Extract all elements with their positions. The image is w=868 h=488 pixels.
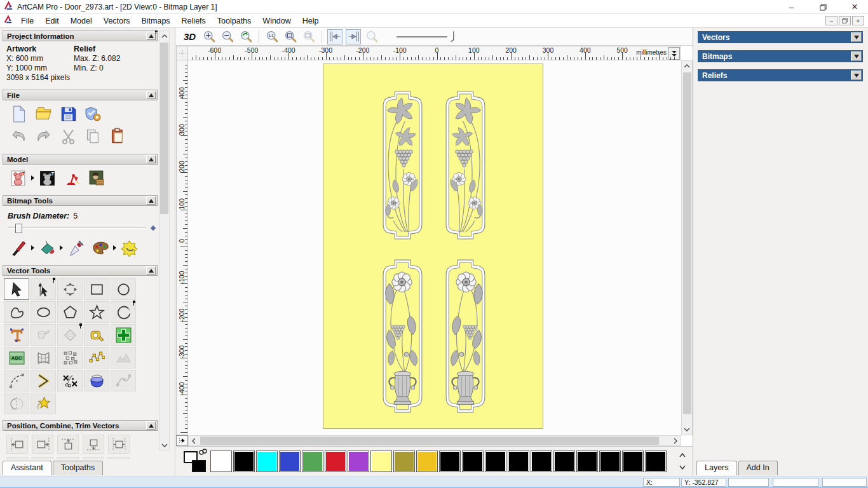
preview-faded-icon[interactable] [364, 29, 379, 44]
centre-x-icon[interactable] [6, 457, 28, 459]
canvas-vertical-scrollbar[interactable] [681, 60, 693, 435]
copy-icon[interactable] [83, 126, 102, 146]
menu-help[interactable]: Help [297, 15, 325, 27]
section-header-bitmap-tools[interactable]: Bitmap Tools [3, 195, 158, 206]
centre-stack-icon[interactable] [57, 457, 79, 459]
scrollbar-thumb[interactable] [683, 72, 691, 414]
assistant-scrollbar[interactable] [159, 30, 170, 451]
palette-swatch-10[interactable] [439, 451, 461, 472]
join-vectors-icon[interactable] [31, 370, 56, 391]
palette-swatch-5[interactable] [325, 451, 346, 472]
zoom-in-icon[interactable] [201, 29, 217, 44]
paste-special-icon[interactable] [111, 324, 136, 346]
zoom-last-icon[interactable] [238, 29, 254, 44]
menu-vectors[interactable]: Vectors [98, 15, 136, 27]
palette-swatch-15[interactable] [553, 451, 575, 472]
pan-mode-icon[interactable] [176, 435, 188, 446]
menu-reliefs[interactable]: Reliefs [176, 15, 212, 27]
create-ellipse-icon[interactable] [31, 301, 56, 323]
palette-swatch-9[interactable] [416, 451, 438, 472]
close-icon[interactable]: × [850, 3, 859, 11]
transform-vectors-icon[interactable] [57, 278, 83, 300]
texture-flood-icon[interactable] [119, 238, 139, 257]
create-text-icon[interactable] [4, 324, 29, 346]
palette-swatch-19[interactable] [645, 451, 667, 472]
open-file-icon[interactable] [34, 104, 53, 123]
minimize-icon[interactable]: – [787, 3, 796, 11]
drawing-canvas[interactable] [188, 60, 681, 435]
mdi-restore-icon[interactable] [839, 16, 851, 25]
snap-next-icon[interactable] [346, 29, 361, 44]
palette-scroll-down-icon[interactable] [677, 463, 688, 472]
palette-swatch-12[interactable] [485, 451, 506, 472]
centre-y-icon[interactable] [32, 457, 53, 459]
expand-down-icon[interactable] [851, 32, 862, 42]
text-block-icon[interactable]: ABC [4, 347, 29, 369]
paint-brush-icon[interactable] [9, 238, 28, 257]
collapse-icon[interactable] [146, 266, 156, 274]
scroll-up-icon[interactable] [682, 61, 691, 71]
create-circle-icon[interactable] [111, 278, 136, 300]
zoom-out-icon[interactable] [220, 29, 235, 44]
palette-swatch-2[interactable] [256, 451, 278, 472]
collapse-icon[interactable] [146, 91, 156, 99]
vector-star-icon[interactable] [31, 393, 56, 414]
menu-edit[interactable]: Edit [39, 15, 65, 27]
flood-fill-icon[interactable] [37, 238, 57, 257]
mirror-vectors-icon[interactable] [4, 393, 29, 414]
panel-header-vectors[interactable]: Vectors [698, 31, 863, 43]
align-top-icon[interactable] [57, 435, 79, 454]
block-paste-icon[interactable] [57, 347, 83, 369]
panel-header-reliefs[interactable]: Reliefs [698, 69, 863, 81]
canvas-horizontal-scrollbar[interactable] [188, 435, 681, 446]
link-colours-icon[interactable] [199, 449, 208, 456]
mdi-minimize-icon[interactable]: – [825, 16, 837, 25]
palette-swatch-7[interactable] [370, 451, 392, 472]
section-header-file[interactable]: File [3, 90, 158, 100]
fillet-tool-icon[interactable] [4, 370, 29, 391]
snap-prev-icon[interactable] [327, 29, 342, 44]
zoom-fit-icon[interactable] [283, 29, 298, 44]
create-rectangle-icon[interactable] [84, 278, 109, 300]
panel-tab-assistant[interactable]: Assistant [3, 461, 51, 475]
mdi-close-icon[interactable]: × [852, 16, 864, 25]
view-3d-button[interactable]: 3D [181, 31, 198, 42]
collapse-icon[interactable] [146, 196, 156, 205]
cut-icon[interactable] [58, 126, 78, 146]
select-vectors-icon[interactable] [4, 278, 29, 300]
scroll-up-icon[interactable] [159, 31, 169, 41]
save-file-icon[interactable] [58, 104, 78, 123]
align-left-icon[interactable] [6, 435, 28, 454]
scroll-down-icon[interactable] [682, 424, 691, 435]
menu-file[interactable]: File [15, 15, 39, 27]
nesting-icon[interactable]: Nes [108, 457, 130, 459]
scrollbar-thumb[interactable] [200, 437, 659, 445]
palette-swatch-3[interactable] [279, 451, 301, 472]
palette-scroll-up-icon[interactable] [677, 451, 688, 460]
palette-swatch-0[interactable] [210, 451, 232, 472]
menu-toolpaths[interactable]: Toolpaths [212, 15, 257, 27]
door-panel-top-right[interactable] [442, 90, 489, 241]
panel-tab-toolpaths[interactable]: Toolpaths [53, 461, 104, 475]
expand-down-icon[interactable] [851, 71, 862, 80]
menu-bitmaps[interactable]: Bitmaps [135, 15, 175, 27]
align-bottom-icon[interactable] [83, 435, 104, 454]
wrap-vectors-icon[interactable] [84, 370, 109, 391]
brush-diameter-slider[interactable] [8, 223, 146, 233]
restore-icon[interactable] [818, 3, 827, 11]
zoom-objects-icon[interactable] [301, 29, 316, 44]
new-file-icon[interactable] [9, 104, 28, 123]
align-centre-icon[interactable] [108, 435, 130, 454]
section-header-model[interactable]: Model [3, 154, 158, 165]
door-panel-top-left[interactable] [379, 90, 426, 241]
redo-icon[interactable] [34, 126, 53, 146]
create-polyline-icon[interactable] [4, 301, 29, 323]
measure-tool-icon[interactable] [84, 324, 109, 346]
greyscale-from-relief-icon[interactable] [87, 168, 106, 187]
palette-swatch-8[interactable] [393, 451, 415, 472]
offset-vector-icon[interactable] [57, 324, 83, 346]
right-tab-add-in[interactable]: Add In [738, 461, 778, 475]
align-right-icon[interactable] [32, 435, 53, 454]
section-header-vector-tools[interactable]: Vector Tools [3, 265, 158, 276]
door-panel-bottom-right[interactable] [442, 258, 489, 414]
